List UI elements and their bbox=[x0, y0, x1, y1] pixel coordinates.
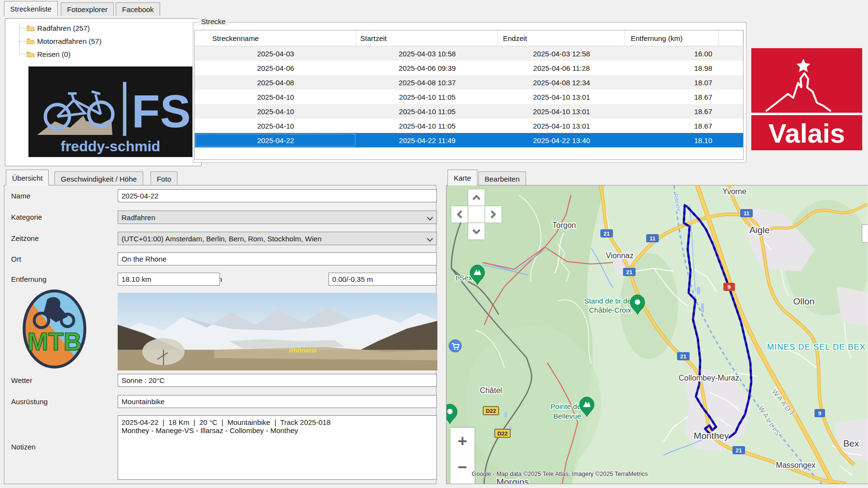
entfernung-input[interactable]: 18.10 km bbox=[118, 273, 220, 286]
route-shield-d22: D22 bbox=[495, 429, 510, 437]
map-pan-center-button[interactable] bbox=[468, 206, 485, 223]
ort-input[interactable]: On the Rhone bbox=[118, 252, 437, 265]
table-row[interactable]: 2025-04-102025-04-10 11:052025-04-10 13:… bbox=[195, 90, 743, 104]
poi-label-stand-de-tir: Stand de tir de bbox=[584, 297, 631, 305]
uebersicht-panel: Name Kategorie Zeitzone Ort Entfernung K… bbox=[4, 185, 436, 484]
town-label-bex: Bex bbox=[843, 438, 859, 448]
tree-guide bbox=[19, 41, 26, 41]
tab-karte[interactable]: Karte bbox=[448, 170, 477, 185]
tree-item-motorradfahren[interactable]: Motorradfahren (57) bbox=[27, 36, 186, 46]
column-header-startzeit[interactable]: Startzeit bbox=[356, 30, 498, 46]
route-shield-9-blue: 9 bbox=[814, 409, 825, 417]
notizen-line1: 2025-04-22 | 18 Km | 20 °C | Mountainbik… bbox=[122, 418, 330, 426]
map-pan-down-button[interactable] bbox=[468, 223, 485, 239]
notizen-line2: Monthey - Manege-VS - Illarsaz - Collomb… bbox=[122, 426, 298, 435]
town-label-torgon: Torgon bbox=[553, 221, 576, 229]
tree-item-reisen[interactable]: Reisen (0) bbox=[27, 49, 186, 59]
photo-caption: Rhônetal bbox=[289, 347, 317, 354]
valais-logo-text: Valais bbox=[769, 118, 845, 148]
poi-label-tsex: t Sex bbox=[456, 274, 473, 282]
map-canvas[interactable]: Rhone WAADT WALLIS MINES DE SEL DE BEX S… bbox=[447, 185, 868, 484]
column-header-endzeit[interactable]: Endzeit bbox=[498, 30, 625, 46]
poi-label-pointe-de: Pointe de bbox=[551, 402, 581, 410]
notizen-label: Notizen bbox=[11, 443, 36, 451]
poi-shopping-icon[interactable] bbox=[449, 340, 461, 352]
map-pan-left-button[interactable] bbox=[451, 206, 468, 223]
chevron-right-icon bbox=[490, 210, 496, 219]
ort-label: Ort bbox=[11, 255, 21, 263]
kategorie-label: Kategorie bbox=[11, 213, 42, 221]
chevron-down-icon bbox=[472, 228, 481, 234]
route-shield-21: 21 bbox=[623, 268, 636, 276]
chevron-up-icon bbox=[472, 195, 481, 200]
name-input[interactable]: 2025-04-22 bbox=[118, 189, 437, 202]
karte-panel: Rhone WAADT WALLIS MINES DE SEL DE BEX S… bbox=[446, 185, 868, 484]
table-row[interactable]: 2025-04-032025-04-03 10:582025-04-03 12:… bbox=[195, 46, 743, 61]
svg-text:9: 9 bbox=[728, 284, 731, 290]
tab-facebook[interactable]: Facebook bbox=[116, 2, 160, 16]
table-row[interactable]: 2025-04-102025-04-10 11:052025-04-10 13:… bbox=[195, 104, 743, 119]
ausruestung-input[interactable]: Mountainbike bbox=[118, 395, 437, 408]
name-label: Name bbox=[11, 192, 30, 200]
freddy-schmid-logo: FS freddy-schmid bbox=[28, 66, 192, 157]
column-header-streckenname[interactable]: Streckenname bbox=[195, 30, 356, 46]
wetter-input[interactable]: Sonne : 20°C bbox=[118, 374, 437, 387]
svg-text:D22: D22 bbox=[497, 431, 507, 436]
tree-item-radfahren[interactable]: Radfahren (257) bbox=[27, 23, 186, 33]
zoom-in-button[interactable]: + bbox=[450, 428, 475, 454]
tab-foto[interactable]: Foto bbox=[150, 171, 177, 185]
chevron-down-icon bbox=[427, 214, 433, 221]
svg-text:11: 11 bbox=[650, 236, 656, 241]
map-pan-right-button[interactable] bbox=[485, 206, 502, 223]
mtb-logo: MTB bbox=[22, 289, 87, 369]
table-row[interactable]: 2025-04-082025-04-08 10:372025-04-08 12:… bbox=[195, 75, 743, 90]
fs-logo-name: freddy-schmid bbox=[61, 138, 161, 154]
town-label-massongex: Massongex bbox=[776, 461, 815, 469]
map-pan-up-button[interactable] bbox=[468, 189, 485, 206]
map-zoom-control: + − bbox=[450, 428, 475, 484]
klettern-input[interactable]: 0.00/-0.35 m bbox=[328, 273, 437, 286]
chevron-down-icon bbox=[427, 236, 433, 242]
strecke-group-label: Strecke bbox=[199, 17, 228, 26]
svg-text:21: 21 bbox=[736, 448, 742, 453]
town-label-yvorne: Yvorne bbox=[722, 187, 746, 196]
tab-bearbeiten[interactable]: Bearbeiten bbox=[478, 171, 526, 185]
table-row[interactable]: 2025-04-102025-04-10 11:052025-04-10 13:… bbox=[195, 119, 743, 133]
town-label-aigle: Aigle bbox=[749, 225, 770, 235]
svg-text:9: 9 bbox=[818, 410, 821, 416]
table-row[interactable]: 2025-04-062025-04-06 09:392025-04-06 11:… bbox=[195, 61, 743, 75]
route-shield-11: 11 bbox=[740, 209, 753, 217]
tab-fotoexplorer[interactable]: Fotoexplorer bbox=[61, 2, 114, 16]
folder-icon bbox=[27, 38, 35, 44]
tree-item-label: Reisen (0) bbox=[37, 50, 70, 58]
panorama-photo: Rhônetal bbox=[118, 293, 437, 370]
route-shield-21: 21 bbox=[600, 229, 613, 237]
column-header-entfernung[interactable]: Entfernung (km) bbox=[625, 30, 719, 46]
poi-label-chable-croix: Châble-Croix bbox=[589, 306, 631, 314]
zoom-out-button[interactable]: − bbox=[450, 454, 475, 480]
table-row-selected[interactable]: 2025-04-222025-04-22 11:492025-04-22 13:… bbox=[195, 133, 743, 147]
tree-item-label: Radfahren (257) bbox=[37, 24, 90, 32]
svg-text:D22: D22 bbox=[486, 408, 496, 414]
zeitzone-dropdown[interactable]: (UTC+01:00) Amsterdam, Berlin, Bern, Rom… bbox=[118, 232, 437, 245]
tab-uebersicht[interactable]: Übersicht bbox=[6, 170, 49, 185]
chevron-left-icon bbox=[457, 210, 462, 219]
map-graphics: Rhone WAADT WALLIS MINES DE SEL DE BEX S… bbox=[447, 185, 868, 484]
notizen-textarea[interactable]: 2025-04-22 | 18 Km | 20 °C | Mountainbik… bbox=[118, 415, 437, 480]
route-shield-9-red: 9 bbox=[723, 283, 735, 291]
track-table-header: Streckenname Startzeit Endzeit Entfernun… bbox=[195, 30, 743, 46]
clipped-control bbox=[862, 224, 868, 243]
tab-streckenliste-label: Streckenliste bbox=[10, 5, 52, 13]
tree-item-label: Motorradfahren (57) bbox=[37, 37, 101, 45]
mines-de-sel-label: MINES DE SEL DE BEX bbox=[767, 343, 866, 352]
tab-streckenliste[interactable]: Streckenliste bbox=[4, 1, 58, 16]
application-window: Streckenliste Fotoexplorer Facebook Radf… bbox=[0, 0, 868, 488]
mtb-logo-text: MTB bbox=[27, 328, 82, 356]
track-table: Streckenname Startzeit Endzeit Entfernun… bbox=[194, 30, 744, 160]
route-shield-21: 21 bbox=[677, 352, 690, 360]
tab-geschwindigkeit-hoehe[interactable]: Geschwindigkeit / Höhe bbox=[54, 171, 143, 185]
kategorie-dropdown[interactable]: Radfahren bbox=[118, 211, 437, 224]
map-attribution: Google - Map data ©2025 Tele Atlas, Imag… bbox=[472, 471, 648, 477]
fs-logo-abbr: FS bbox=[132, 85, 191, 137]
tree-guide bbox=[19, 28, 26, 28]
